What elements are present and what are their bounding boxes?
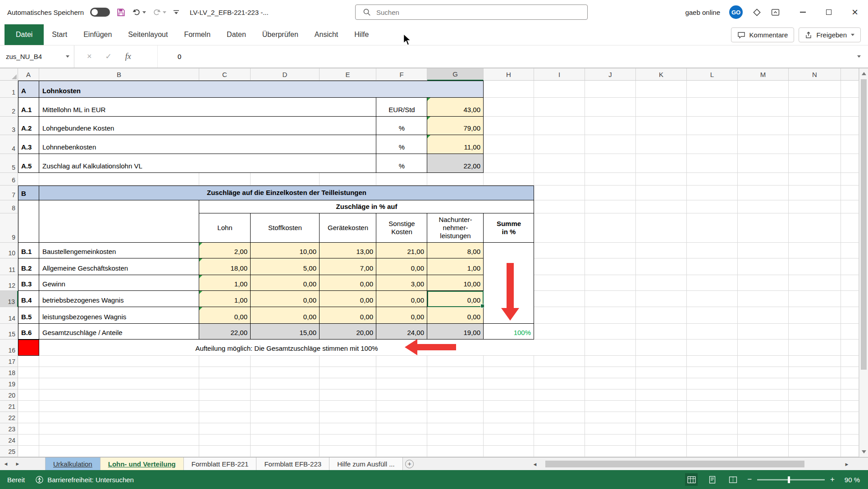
row-header-20[interactable]: 20 [0,389,18,401]
ribbon-tab-ansicht[interactable]: Ansicht [306,24,346,45]
sheet-cell[interactable] [738,291,789,307]
sheet-cell[interactable] [841,200,859,213]
sheet-cell[interactable] [841,173,859,186]
row-header-13[interactable]: 13 [0,291,18,307]
sheet-cell[interactable] [789,243,841,258]
cell-c14[interactable]: 0,00 [199,307,251,324]
sheet-cell[interactable] [534,446,585,457]
sheet-cell[interactable] [789,367,841,378]
sheet-cell[interactable] [636,135,687,154]
sheet-cell[interactable] [789,117,841,135]
sheet-cell[interactable] [789,401,841,412]
sheet-cell[interactable] [484,378,534,389]
row-header-1[interactable]: 1 [0,81,18,98]
sheet-cell[interactable] [789,98,841,117]
sheet-cell[interactable] [841,243,859,258]
row-header-9[interactable]: 9 [0,213,18,243]
maximize-button[interactable] [816,0,842,24]
sheet-cell[interactable] [687,98,738,117]
sheet-cell[interactable] [636,154,687,173]
name-box[interactable]: zus_NU_B4 [0,45,74,68]
horizontal-scrollbar-track[interactable] [540,461,842,467]
customize-toolbar-button[interactable] [173,9,180,16]
sheet-cell[interactable] [841,435,859,446]
sheet-cell[interactable] [39,367,199,378]
sheet-cell[interactable] [585,401,636,412]
sheet-cell[interactable] [636,435,687,446]
sheet-cell[interactable] [687,423,738,435]
sheet-tab-hilfe[interactable]: Hilfe zum Ausfüll ... [329,457,403,470]
sheet-cell[interactable] [841,412,859,423]
sheet-cell[interactable] [427,401,484,412]
sheet-cell[interactable] [636,446,687,457]
cell-b16-note[interactable]: Aufteilung möglich: Die Gesamtzuschläge … [39,340,534,356]
sheet-cell[interactable] [320,367,376,378]
sheet-cell[interactable] [789,435,841,446]
ribbon-tab-start[interactable]: Start [44,24,75,45]
cell-f11[interactable]: 0,00 [376,258,427,275]
cell-b3[interactable]: Lohngebundene Kosten [39,117,376,135]
cell-b1[interactable]: Lohnkosten [39,81,484,98]
sheet-cell[interactable] [585,117,636,135]
redo-button[interactable] [152,8,166,17]
sheet-cell[interactable] [687,446,738,457]
sheet-cell[interactable] [376,173,427,186]
minimize-button[interactable] [790,0,816,24]
sheet-cell[interactable] [585,423,636,435]
cell-a11[interactable]: B.2 [18,258,39,275]
cell-f12[interactable]: 3,00 [376,275,427,291]
column-header-a[interactable]: A [18,68,39,81]
sheet-cell[interactable] [636,389,687,401]
sheet-cell[interactable] [39,356,199,367]
sheet-cell[interactable] [738,324,789,340]
column-header-d[interactable]: D [251,68,320,81]
sheet-cell[interactable] [636,200,687,213]
cell-g10[interactable]: 8,00 [427,243,484,258]
column-header-n[interactable]: N [789,68,841,81]
sheet-cell[interactable] [251,401,320,412]
sheet-cell[interactable] [738,258,789,275]
sheet-cell[interactable] [534,117,585,135]
sheet-cell[interactable] [376,367,427,378]
sheet-cell[interactable] [585,173,636,186]
sheet-cell[interactable] [585,356,636,367]
sheet-cell[interactable] [738,275,789,291]
zoom-slider[interactable] [757,479,825,480]
cell-a2[interactable]: A.1 [18,98,39,117]
sheet-cell[interactable] [585,378,636,389]
sheet-cell[interactable] [534,98,585,117]
sheet-cell[interactable] [251,412,320,423]
sheet-cell[interactable] [427,367,484,378]
horizontal-scrollbar-thumb[interactable] [545,461,804,467]
scroll-down-icon[interactable] [862,450,866,453]
sheet-cell[interactable] [636,186,687,200]
cell-e10[interactable]: 13,00 [320,243,376,258]
row-header-3[interactable]: 3 [0,117,18,135]
sheet-cell[interactable] [376,401,427,412]
sheet-cell[interactable] [738,154,789,173]
sheet-cell[interactable] [789,200,841,213]
sheet-cell[interactable] [585,135,636,154]
cell-b4[interactable]: Lohnnebenkosten [39,135,376,154]
sheet-cell[interactable] [199,423,251,435]
sheet-cell[interactable] [585,258,636,275]
row-header-12[interactable]: 12 [0,275,18,291]
sheet-cell[interactable] [738,117,789,135]
cell-a12[interactable]: B.3 [18,275,39,291]
sheet-cell[interactable] [585,446,636,457]
sheet-cell[interactable] [534,412,585,423]
sheet-cell[interactable] [789,340,841,356]
comments-button[interactable]: Kommentare [731,27,795,42]
sheet-cell[interactable] [251,173,320,186]
sheet-cell[interactable] [841,291,859,307]
sheet-cell[interactable] [636,117,687,135]
row-header-23[interactable]: 23 [0,423,18,435]
row-header-5[interactable]: 5 [0,154,18,173]
cell-g9[interactable]: Nachunter- nehmer- leistungen [427,213,484,243]
sheet-cell[interactable] [841,186,859,200]
sheet-cell[interactable] [738,200,789,213]
ribbon-tab-ueberpruefen[interactable]: Überprüfen [254,24,306,45]
cell-d10[interactable]: 10,00 [251,243,320,258]
row-header-4[interactable]: 4 [0,135,18,154]
sheet-cell[interactable] [39,412,199,423]
